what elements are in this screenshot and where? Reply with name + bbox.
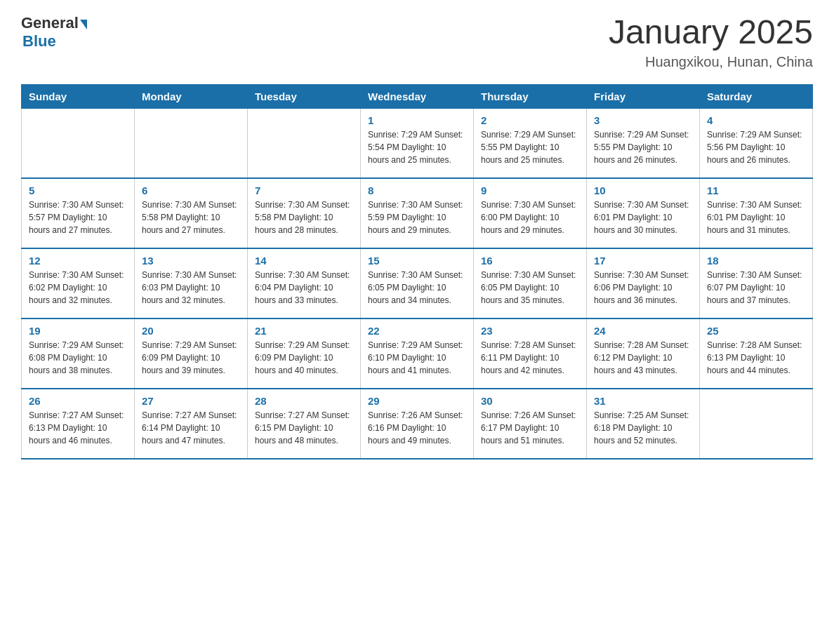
day-info: Sunrise: 7:30 AM Sunset: 6:02 PM Dayligh… xyxy=(29,269,127,307)
calendar-cell xyxy=(248,108,361,178)
day-number: 12 xyxy=(29,255,127,267)
calendar-week-row: 12Sunrise: 7:30 AM Sunset: 6:02 PM Dayli… xyxy=(22,248,813,318)
day-info: Sunrise: 7:30 AM Sunset: 6:07 PM Dayligh… xyxy=(707,269,805,307)
day-info: Sunrise: 7:28 AM Sunset: 6:13 PM Dayligh… xyxy=(707,339,805,377)
day-number: 22 xyxy=(368,325,466,337)
day-number: 8 xyxy=(368,185,466,196)
calendar-cell: 16Sunrise: 7:30 AM Sunset: 6:05 PM Dayli… xyxy=(474,248,587,318)
day-number: 29 xyxy=(368,395,466,407)
calendar-cell: 25Sunrise: 7:28 AM Sunset: 6:13 PM Dayli… xyxy=(700,318,813,389)
calendar-cell: 22Sunrise: 7:29 AM Sunset: 6:10 PM Dayli… xyxy=(361,318,474,389)
calendar-cell: 12Sunrise: 7:30 AM Sunset: 6:02 PM Dayli… xyxy=(22,248,135,318)
day-number: 25 xyxy=(707,325,805,337)
calendar-cell xyxy=(22,108,135,178)
day-number: 23 xyxy=(481,325,579,337)
day-info: Sunrise: 7:28 AM Sunset: 6:11 PM Dayligh… xyxy=(481,339,579,377)
day-info: Sunrise: 7:30 AM Sunset: 6:01 PM Dayligh… xyxy=(707,199,805,236)
calendar-cell: 11Sunrise: 7:30 AM Sunset: 6:01 PM Dayli… xyxy=(700,178,813,248)
calendar-cell: 13Sunrise: 7:30 AM Sunset: 6:03 PM Dayli… xyxy=(135,248,248,318)
calendar-cell: 31Sunrise: 7:25 AM Sunset: 6:18 PM Dayli… xyxy=(587,389,700,459)
day-info: Sunrise: 7:29 AM Sunset: 6:09 PM Dayligh… xyxy=(142,339,240,377)
day-number: 4 xyxy=(707,114,805,126)
day-info: Sunrise: 7:30 AM Sunset: 6:00 PM Dayligh… xyxy=(481,199,579,236)
day-info: Sunrise: 7:29 AM Sunset: 5:56 PM Dayligh… xyxy=(707,128,805,166)
column-header-saturday: Saturday xyxy=(700,84,813,108)
calendar-cell: 23Sunrise: 7:28 AM Sunset: 6:11 PM Dayli… xyxy=(474,318,587,389)
day-number: 27 xyxy=(142,395,240,407)
calendar-week-row: 5Sunrise: 7:30 AM Sunset: 5:57 PM Daylig… xyxy=(22,178,813,248)
column-header-monday: Monday xyxy=(135,84,248,108)
calendar-cell: 30Sunrise: 7:26 AM Sunset: 6:17 PM Dayli… xyxy=(474,389,587,459)
page-header: General Blue January 2025 Huangxikou, Hu… xyxy=(21,14,813,70)
column-header-thursday: Thursday xyxy=(474,84,587,108)
calendar-cell: 6Sunrise: 7:30 AM Sunset: 5:58 PM Daylig… xyxy=(135,178,248,248)
calendar-header-row: SundayMondayTuesdayWednesdayThursdayFrid… xyxy=(22,84,813,108)
day-info: Sunrise: 7:29 AM Sunset: 5:54 PM Dayligh… xyxy=(368,128,466,166)
day-number: 21 xyxy=(255,325,353,337)
day-info: Sunrise: 7:27 AM Sunset: 6:14 PM Dayligh… xyxy=(142,409,240,447)
day-number: 26 xyxy=(29,395,127,407)
day-info: Sunrise: 7:30 AM Sunset: 5:58 PM Dayligh… xyxy=(142,199,240,236)
day-number: 19 xyxy=(29,325,127,337)
day-number: 30 xyxy=(481,395,579,407)
calendar-cell: 26Sunrise: 7:27 AM Sunset: 6:13 PM Dayli… xyxy=(22,389,135,459)
calendar-title: January 2025 xyxy=(609,14,813,51)
day-info: Sunrise: 7:29 AM Sunset: 6:08 PM Dayligh… xyxy=(29,339,127,377)
day-number: 13 xyxy=(142,255,240,267)
calendar-cell: 5Sunrise: 7:30 AM Sunset: 5:57 PM Daylig… xyxy=(22,178,135,248)
day-number: 20 xyxy=(142,325,240,337)
calendar-cell: 18Sunrise: 7:30 AM Sunset: 6:07 PM Dayli… xyxy=(700,248,813,318)
calendar-cell: 8Sunrise: 7:30 AM Sunset: 5:59 PM Daylig… xyxy=(361,178,474,248)
day-info: Sunrise: 7:25 AM Sunset: 6:18 PM Dayligh… xyxy=(594,409,692,447)
column-header-tuesday: Tuesday xyxy=(248,84,361,108)
column-header-friday: Friday xyxy=(587,84,700,108)
day-number: 16 xyxy=(481,255,579,267)
day-number: 10 xyxy=(594,185,692,196)
day-number: 17 xyxy=(594,255,692,267)
day-info: Sunrise: 7:29 AM Sunset: 6:09 PM Dayligh… xyxy=(255,339,353,377)
calendar-week-row: 19Sunrise: 7:29 AM Sunset: 6:08 PM Dayli… xyxy=(22,318,813,389)
day-info: Sunrise: 7:30 AM Sunset: 5:58 PM Dayligh… xyxy=(255,199,353,236)
calendar-table: SundayMondayTuesdayWednesdayThursdayFrid… xyxy=(21,84,813,460)
day-number: 9 xyxy=(481,185,579,196)
day-info: Sunrise: 7:29 AM Sunset: 6:10 PM Dayligh… xyxy=(368,339,466,377)
day-info: Sunrise: 7:30 AM Sunset: 6:03 PM Dayligh… xyxy=(142,269,240,307)
calendar-cell: 1Sunrise: 7:29 AM Sunset: 5:54 PM Daylig… xyxy=(361,108,474,178)
day-number: 5 xyxy=(29,185,127,196)
day-number: 15 xyxy=(368,255,466,267)
calendar-cell: 2Sunrise: 7:29 AM Sunset: 5:55 PM Daylig… xyxy=(474,108,587,178)
day-info: Sunrise: 7:30 AM Sunset: 6:05 PM Dayligh… xyxy=(368,269,466,307)
day-number: 18 xyxy=(707,255,805,267)
day-info: Sunrise: 7:27 AM Sunset: 6:15 PM Dayligh… xyxy=(255,409,353,447)
calendar-cell: 20Sunrise: 7:29 AM Sunset: 6:09 PM Dayli… xyxy=(135,318,248,389)
calendar-cell: 9Sunrise: 7:30 AM Sunset: 6:00 PM Daylig… xyxy=(474,178,587,248)
calendar-cell: 17Sunrise: 7:30 AM Sunset: 6:06 PM Dayli… xyxy=(587,248,700,318)
logo-general-text: General xyxy=(21,14,79,32)
calendar-cell: 3Sunrise: 7:29 AM Sunset: 5:55 PM Daylig… xyxy=(587,108,700,178)
calendar-cell: 19Sunrise: 7:29 AM Sunset: 6:08 PM Dayli… xyxy=(22,318,135,389)
calendar-cell: 14Sunrise: 7:30 AM Sunset: 6:04 PM Dayli… xyxy=(248,248,361,318)
day-info: Sunrise: 7:26 AM Sunset: 6:16 PM Dayligh… xyxy=(368,409,466,447)
calendar-week-row: 1Sunrise: 7:29 AM Sunset: 5:54 PM Daylig… xyxy=(22,108,813,178)
day-info: Sunrise: 7:29 AM Sunset: 5:55 PM Dayligh… xyxy=(481,128,579,166)
day-info: Sunrise: 7:30 AM Sunset: 6:01 PM Dayligh… xyxy=(594,199,692,236)
logo-arrow-icon xyxy=(80,20,87,29)
calendar-cell xyxy=(135,108,248,178)
day-info: Sunrise: 7:30 AM Sunset: 6:05 PM Dayligh… xyxy=(481,269,579,307)
day-info: Sunrise: 7:30 AM Sunset: 5:59 PM Dayligh… xyxy=(368,199,466,236)
logo-blue-text: Blue xyxy=(22,32,56,51)
title-block: January 2025 Huangxikou, Hunan, China xyxy=(609,14,813,70)
day-number: 3 xyxy=(594,114,692,126)
day-number: 31 xyxy=(594,395,692,407)
day-info: Sunrise: 7:29 AM Sunset: 5:55 PM Dayligh… xyxy=(594,128,692,166)
day-info: Sunrise: 7:27 AM Sunset: 6:13 PM Dayligh… xyxy=(29,409,127,447)
calendar-cell: 29Sunrise: 7:26 AM Sunset: 6:16 PM Dayli… xyxy=(361,389,474,459)
calendar-cell: 15Sunrise: 7:30 AM Sunset: 6:05 PM Dayli… xyxy=(361,248,474,318)
calendar-cell: 10Sunrise: 7:30 AM Sunset: 6:01 PM Dayli… xyxy=(587,178,700,248)
day-number: 14 xyxy=(255,255,353,267)
calendar-week-row: 26Sunrise: 7:27 AM Sunset: 6:13 PM Dayli… xyxy=(22,389,813,459)
calendar-cell: 7Sunrise: 7:30 AM Sunset: 5:58 PM Daylig… xyxy=(248,178,361,248)
day-number: 24 xyxy=(594,325,692,337)
calendar-subtitle: Huangxikou, Hunan, China xyxy=(609,54,813,70)
day-info: Sunrise: 7:30 AM Sunset: 5:57 PM Dayligh… xyxy=(29,199,127,236)
